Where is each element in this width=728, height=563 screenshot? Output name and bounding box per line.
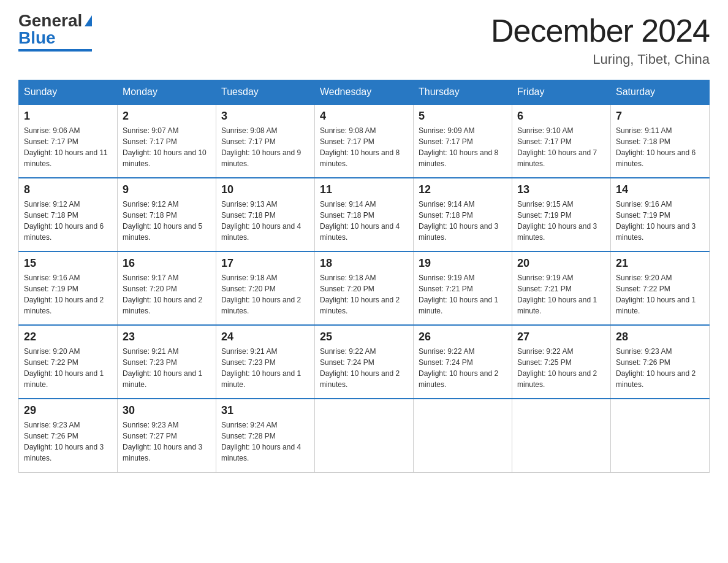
day-number: 31 xyxy=(221,404,309,417)
day-info: Sunrise: 9:21 AM Sunset: 7:23 PM Dayligh… xyxy=(123,346,211,390)
day-info: Sunrise: 9:22 AM Sunset: 7:25 PM Dayligh… xyxy=(517,346,605,390)
calendar-title: December 2024 xyxy=(491,12,710,49)
calendar-cell: 13 Sunrise: 9:15 AM Sunset: 7:19 PM Dayl… xyxy=(512,178,611,251)
calendar-cell xyxy=(611,399,710,472)
calendar-cell: 23 Sunrise: 9:21 AM Sunset: 7:23 PM Dayl… xyxy=(118,325,216,399)
day-number: 7 xyxy=(616,110,704,123)
day-number: 6 xyxy=(517,110,605,123)
day-number: 15 xyxy=(24,257,112,270)
day-number: 22 xyxy=(24,331,112,343)
header-sunday: Sunday xyxy=(19,80,118,105)
calendar-cell: 27 Sunrise: 9:22 AM Sunset: 7:25 PM Dayl… xyxy=(512,325,611,399)
header-row: Sunday Monday Tuesday Wednesday Thursday… xyxy=(19,80,710,105)
day-number: 14 xyxy=(616,183,704,196)
calendar-body: 1 Sunrise: 9:06 AM Sunset: 7:17 PM Dayli… xyxy=(19,104,710,472)
calendar-cell: 22 Sunrise: 9:20 AM Sunset: 7:22 PM Dayl… xyxy=(19,325,118,399)
calendar-header: Sunday Monday Tuesday Wednesday Thursday… xyxy=(19,80,710,105)
header-saturday: Saturday xyxy=(611,80,710,105)
calendar-cell: 2 Sunrise: 9:07 AM Sunset: 7:17 PM Dayli… xyxy=(118,104,216,178)
day-info: Sunrise: 9:23 AM Sunset: 7:26 PM Dayligh… xyxy=(616,346,704,390)
calendar-cell: 24 Sunrise: 9:21 AM Sunset: 7:23 PM Dayl… xyxy=(216,325,315,399)
logo-blue-text: Blue xyxy=(18,29,56,47)
header-monday: Monday xyxy=(118,80,216,105)
day-info: Sunrise: 9:13 AM Sunset: 7:18 PM Dayligh… xyxy=(221,199,309,243)
calendar-cell xyxy=(315,399,414,472)
day-number: 2 xyxy=(123,110,211,123)
logo-triangle-icon xyxy=(85,15,92,26)
day-number: 29 xyxy=(24,404,112,417)
day-number: 28 xyxy=(616,331,704,343)
calendar-week-row: 15 Sunrise: 9:16 AM Sunset: 7:19 PM Dayl… xyxy=(19,251,710,325)
day-info: Sunrise: 9:18 AM Sunset: 7:20 PM Dayligh… xyxy=(320,272,408,316)
day-number: 11 xyxy=(320,183,408,196)
calendar-cell: 1 Sunrise: 9:06 AM Sunset: 7:17 PM Dayli… xyxy=(19,104,118,178)
day-info: Sunrise: 9:22 AM Sunset: 7:24 PM Dayligh… xyxy=(320,346,408,390)
calendar-cell: 29 Sunrise: 9:23 AM Sunset: 7:26 PM Dayl… xyxy=(19,399,118,472)
day-number: 21 xyxy=(616,257,704,270)
day-info: Sunrise: 9:10 AM Sunset: 7:17 PM Dayligh… xyxy=(517,125,605,169)
calendar-cell: 14 Sunrise: 9:16 AM Sunset: 7:19 PM Dayl… xyxy=(611,178,710,251)
calendar-week-row: 1 Sunrise: 9:06 AM Sunset: 7:17 PM Dayli… xyxy=(19,104,710,178)
logo-general-text: General xyxy=(18,12,82,29)
day-info: Sunrise: 9:16 AM Sunset: 7:19 PM Dayligh… xyxy=(616,199,704,243)
title-section: December 2024 Luring, Tibet, China xyxy=(491,12,710,67)
day-info: Sunrise: 9:18 AM Sunset: 7:20 PM Dayligh… xyxy=(221,272,309,316)
calendar-cell: 20 Sunrise: 9:19 AM Sunset: 7:21 PM Dayl… xyxy=(512,251,611,325)
calendar-cell: 15 Sunrise: 9:16 AM Sunset: 7:19 PM Dayl… xyxy=(19,251,118,325)
day-number: 19 xyxy=(419,257,507,270)
day-number: 30 xyxy=(123,404,211,417)
calendar-table: Sunday Monday Tuesday Wednesday Thursday… xyxy=(18,80,710,473)
calendar-cell: 16 Sunrise: 9:17 AM Sunset: 7:20 PM Dayl… xyxy=(118,251,216,325)
calendar-cell: 25 Sunrise: 9:22 AM Sunset: 7:24 PM Dayl… xyxy=(315,325,414,399)
day-number: 12 xyxy=(419,183,507,196)
calendar-cell: 28 Sunrise: 9:23 AM Sunset: 7:26 PM Dayl… xyxy=(611,325,710,399)
day-number: 26 xyxy=(419,331,507,343)
calendar-cell: 17 Sunrise: 9:18 AM Sunset: 7:20 PM Dayl… xyxy=(216,251,315,325)
day-number: 4 xyxy=(320,110,408,123)
day-info: Sunrise: 9:23 AM Sunset: 7:26 PM Dayligh… xyxy=(24,419,112,464)
day-info: Sunrise: 9:17 AM Sunset: 7:20 PM Dayligh… xyxy=(123,272,211,316)
day-info: Sunrise: 9:21 AM Sunset: 7:23 PM Dayligh… xyxy=(221,346,309,390)
day-info: Sunrise: 9:12 AM Sunset: 7:18 PM Dayligh… xyxy=(123,199,211,243)
header-friday: Friday xyxy=(512,80,611,105)
calendar-cell: 5 Sunrise: 9:09 AM Sunset: 7:17 PM Dayli… xyxy=(414,104,512,178)
day-number: 3 xyxy=(221,110,309,123)
day-info: Sunrise: 9:11 AM Sunset: 7:18 PM Dayligh… xyxy=(616,125,704,169)
day-info: Sunrise: 9:20 AM Sunset: 7:22 PM Dayligh… xyxy=(24,346,112,390)
calendar-cell: 7 Sunrise: 9:11 AM Sunset: 7:18 PM Dayli… xyxy=(611,104,710,178)
calendar-cell xyxy=(414,399,512,472)
calendar-cell: 4 Sunrise: 9:08 AM Sunset: 7:17 PM Dayli… xyxy=(315,104,414,178)
day-info: Sunrise: 9:16 AM Sunset: 7:19 PM Dayligh… xyxy=(24,272,112,316)
calendar-cell: 31 Sunrise: 9:24 AM Sunset: 7:28 PM Dayl… xyxy=(216,399,315,472)
calendar-subtitle: Luring, Tibet, China xyxy=(491,52,710,67)
calendar-cell: 11 Sunrise: 9:14 AM Sunset: 7:18 PM Dayl… xyxy=(315,178,414,251)
day-info: Sunrise: 9:09 AM Sunset: 7:17 PM Dayligh… xyxy=(419,125,507,169)
header-wednesday: Wednesday xyxy=(315,80,414,105)
calendar-cell: 12 Sunrise: 9:14 AM Sunset: 7:18 PM Dayl… xyxy=(414,178,512,251)
logo-underline xyxy=(18,49,92,52)
day-info: Sunrise: 9:06 AM Sunset: 7:17 PM Dayligh… xyxy=(24,125,112,169)
day-number: 27 xyxy=(517,331,605,343)
calendar-cell: 10 Sunrise: 9:13 AM Sunset: 7:18 PM Dayl… xyxy=(216,178,315,251)
day-number: 20 xyxy=(517,257,605,270)
day-number: 25 xyxy=(320,331,408,343)
calendar-week-row: 22 Sunrise: 9:20 AM Sunset: 7:22 PM Dayl… xyxy=(19,325,710,399)
day-number: 10 xyxy=(221,183,309,196)
calendar-cell: 30 Sunrise: 9:23 AM Sunset: 7:27 PM Dayl… xyxy=(118,399,216,472)
calendar-cell: 26 Sunrise: 9:22 AM Sunset: 7:24 PM Dayl… xyxy=(414,325,512,399)
calendar-cell: 21 Sunrise: 9:20 AM Sunset: 7:22 PM Dayl… xyxy=(611,251,710,325)
day-info: Sunrise: 9:12 AM Sunset: 7:18 PM Dayligh… xyxy=(24,199,112,243)
day-info: Sunrise: 9:14 AM Sunset: 7:18 PM Dayligh… xyxy=(320,199,408,243)
day-number: 13 xyxy=(517,183,605,196)
day-number: 9 xyxy=(123,183,211,196)
day-info: Sunrise: 9:07 AM Sunset: 7:17 PM Dayligh… xyxy=(123,125,211,169)
day-info: Sunrise: 9:22 AM Sunset: 7:24 PM Dayligh… xyxy=(419,346,507,390)
logo: General Blue xyxy=(18,12,92,52)
day-number: 18 xyxy=(320,257,408,270)
header-tuesday: Tuesday xyxy=(216,80,315,105)
day-info: Sunrise: 9:24 AM Sunset: 7:28 PM Dayligh… xyxy=(221,419,309,464)
day-info: Sunrise: 9:08 AM Sunset: 7:17 PM Dayligh… xyxy=(320,125,408,169)
day-info: Sunrise: 9:15 AM Sunset: 7:19 PM Dayligh… xyxy=(517,199,605,243)
day-number: 17 xyxy=(221,257,309,270)
calendar-cell: 8 Sunrise: 9:12 AM Sunset: 7:18 PM Dayli… xyxy=(19,178,118,251)
